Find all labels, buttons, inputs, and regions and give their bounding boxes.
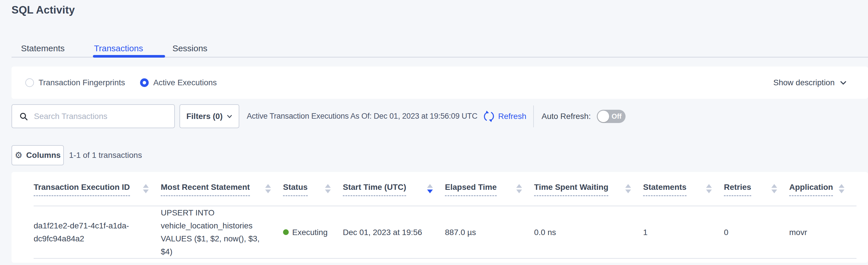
auto-refresh-label: Auto Refresh: — [541, 112, 591, 121]
transactions-table: Transaction Execution ID Most Recent Sta… — [11, 172, 868, 263]
toggle-state-label: Off — [612, 112, 622, 121]
header-statements: Statements — [643, 183, 724, 196]
header-status: Status — [283, 183, 343, 196]
search-icon — [19, 112, 28, 121]
sort-icon-active-desc[interactable] — [427, 184, 433, 193]
header-elapsed-time: Elapsed Time — [445, 183, 534, 196]
refresh-label: Refresh — [498, 112, 526, 121]
filters-button-label: Filters (0) — [186, 112, 223, 121]
status-label: Executing — [292, 226, 328, 239]
radio-selected-icon[interactable] — [140, 78, 149, 87]
radio-label: Active Executions — [153, 78, 217, 87]
refresh-icon — [483, 110, 495, 123]
status-executing-dot — [283, 229, 289, 235]
sort-icon[interactable] — [625, 184, 631, 193]
controls-row: Filters (0) Active Transaction Execution… — [11, 104, 868, 128]
sort-icon[interactable] — [265, 184, 271, 193]
auto-refresh-toggle[interactable]: Off — [597, 110, 625, 123]
filters-button[interactable]: Filters (0) — [180, 104, 239, 128]
sort-icon[interactable] — [706, 184, 712, 193]
show-description-toggle[interactable]: Show description — [773, 78, 847, 87]
sort-icon[interactable] — [516, 184, 522, 193]
sort-icon[interactable] — [771, 184, 777, 193]
vertical-divider — [533, 105, 534, 127]
search-box[interactable] — [11, 104, 175, 128]
view-mode-card: Transaction Fingerprints Active Executio… — [11, 67, 868, 99]
header-application: Application — [789, 183, 857, 196]
cell-status: Executing — [283, 226, 343, 239]
radio-transaction-fingerprints[interactable]: Transaction Fingerprints — [25, 78, 125, 87]
sort-icon[interactable] — [143, 184, 149, 193]
cell-time-spent-waiting: 0.0 ns — [534, 226, 643, 239]
result-count: 1-1 of 1 transactions — [69, 151, 142, 160]
header-most-recent-statement: Most Recent Statement — [161, 183, 283, 196]
radio-active-executions[interactable]: Active Executions — [140, 78, 217, 87]
header-transaction-execution-id: Transaction Execution ID — [34, 183, 161, 196]
chevron-down-icon — [839, 79, 847, 87]
toggle-knob — [598, 111, 609, 122]
as-of-label: Active Transaction Executions As Of: Dec… — [247, 112, 477, 121]
radio-unselected-icon[interactable] — [25, 78, 34, 87]
chevron-down-icon — [227, 113, 232, 119]
table-toolbar: ⚙ Columns 1-1 of 1 transactions — [11, 145, 868, 165]
header-start-time: Start Time (UTC) — [343, 183, 445, 196]
cell-transaction-execution-id[interactable]: da1f21e2-de71-4c1f-a1da- dc9fc94a84a2 — [34, 219, 161, 245]
columns-button-label: Columns — [26, 151, 61, 160]
cell-statements: 1 — [643, 226, 724, 239]
table-header-row: Transaction Execution ID Most Recent Sta… — [34, 172, 857, 206]
active-tab-indicator — [93, 55, 165, 58]
refresh-button[interactable]: Refresh — [483, 110, 526, 123]
cell-elapsed-time: 887.0 µs — [445, 226, 534, 239]
sort-icon[interactable] — [325, 184, 331, 193]
cell-most-recent-statement: UPSERT INTO vehicle_location_histories V… — [161, 206, 283, 258]
search-input[interactable] — [34, 112, 174, 121]
sort-icon[interactable] — [839, 184, 844, 193]
tab-statements[interactable]: Statements — [21, 44, 65, 53]
table-row[interactable]: da1f21e2-de71-4c1f-a1da- dc9fc94a84a2 UP… — [34, 206, 857, 259]
radio-label: Transaction Fingerprints — [38, 78, 125, 87]
header-retries: Retries — [724, 183, 789, 196]
tab-sessions[interactable]: Sessions — [172, 44, 207, 53]
cell-application: movr — [789, 226, 857, 239]
header-time-spent-waiting: Time Spent Waiting — [534, 183, 643, 196]
columns-button[interactable]: ⚙ Columns — [11, 145, 64, 165]
tab-transactions[interactable]: Transactions — [94, 44, 143, 53]
gear-icon: ⚙ — [15, 151, 23, 160]
show-description-label: Show description — [773, 78, 835, 87]
page-title: SQL Activity — [11, 4, 75, 16]
cell-retries: 0 — [724, 226, 789, 239]
cell-start-time: Dec 01, 2023 at 19:56 — [343, 226, 445, 239]
